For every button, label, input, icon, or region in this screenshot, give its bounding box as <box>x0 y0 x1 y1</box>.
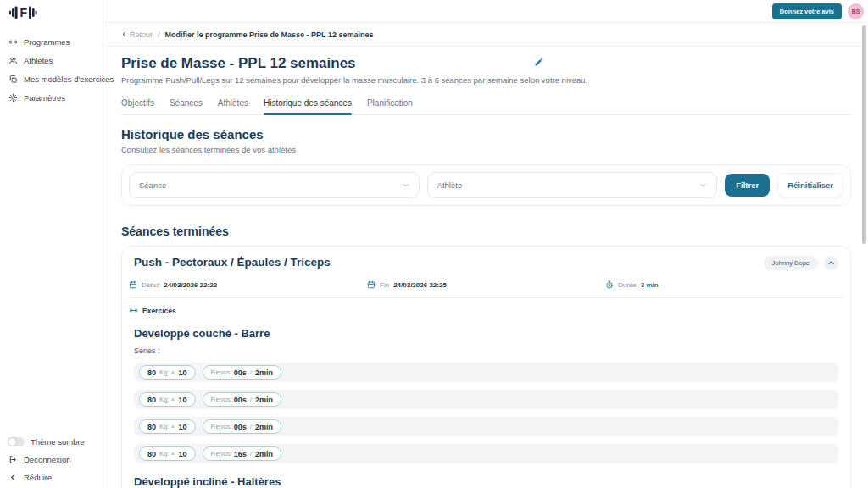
chevron-down-icon <box>699 181 707 189</box>
breadcrumb-back-link[interactable]: Retour <box>121 30 153 39</box>
theme-toggle-switch[interactable] <box>8 437 25 446</box>
tab-objectifs[interactable]: Objectifs <box>121 98 154 114</box>
user-avatar[interactable]: BS <box>848 3 864 19</box>
collapse-label: Réduire <box>24 473 52 482</box>
session-end: Fin 24/03/2026 22:25 <box>367 280 605 289</box>
rest-pill: Repos 00s / 2min <box>203 365 281 380</box>
tab-historique-des-seances[interactable]: Historique des séances <box>264 98 352 114</box>
rest-done-value: 00s <box>234 423 247 431</box>
collapse-session-button[interactable] <box>824 256 838 270</box>
feedback-button[interactable]: Donnez votre avis <box>772 3 842 19</box>
rest-label: Repos <box>211 450 231 458</box>
divider <box>129 297 843 298</box>
edit-pencil-icon[interactable] <box>534 57 544 67</box>
exercise-name: Développé incliné - Haltères <box>134 475 838 488</box>
rest-separator: / <box>250 450 252 458</box>
seance-select-value: Séance <box>139 180 166 190</box>
calendar-icon <box>367 280 376 289</box>
series-row: 80 Kg × 10 Repos 00s / 2min <box>134 417 838 436</box>
main-content: Retour / Modifier le programme Prise de … <box>104 23 868 488</box>
exercises-section-label: Exercices <box>129 306 843 315</box>
dumbbell-icon <box>8 36 18 47</box>
breadcrumb-current: Modifier le programme Prise de Masse - P… <box>165 30 374 39</box>
breadcrumb: Retour / Modifier le programme Prise de … <box>104 23 868 47</box>
session-duration: Durée 3 min <box>605 280 843 289</box>
duration-label: Durée <box>618 281 637 289</box>
exercise-name: Développé couché - Barre <box>134 327 838 340</box>
program-description: Programme Push/Pull/Legs sur 12 semaines… <box>121 75 851 85</box>
rest-planned-value: 2min <box>255 450 273 458</box>
seance-select[interactable]: Séance <box>129 172 420 198</box>
app-logo-barbell-icon: F <box>8 5 103 24</box>
weight-value: 80 <box>147 369 156 377</box>
weight-unit: Kg <box>159 450 168 458</box>
rest-separator: / <box>250 423 252 430</box>
athlete-select[interactable]: Athlète <box>427 172 718 198</box>
chevron-left-icon <box>8 472 18 482</box>
weight-reps-pill: 80 Kg × 10 <box>139 365 196 380</box>
weight-unit: Kg <box>159 396 168 403</box>
filter-button[interactable]: Filtrer <box>725 174 770 197</box>
weight-reps-pill: 80 Kg × 10 <box>139 446 196 461</box>
session-meta-row: Début 24/03/2026 22:22 Fin 24/03/2026 22… <box>129 280 843 289</box>
weight-unit: Kg <box>159 369 168 376</box>
rest-separator: / <box>250 396 252 403</box>
sidebar-footer: Thème sombre Déconnexion Réduire <box>8 437 85 482</box>
sidebar-item-athletes[interactable]: Athlètes <box>0 51 103 69</box>
logout-icon <box>8 454 18 464</box>
tab-seances[interactable]: Séances <box>170 98 203 114</box>
session-start: Début 24/03/2026 22:22 <box>129 280 367 289</box>
times-symbol: × <box>171 450 175 458</box>
times-symbol: × <box>171 396 175 403</box>
theme-toggle-row[interactable]: Thème sombre <box>8 437 85 446</box>
weight-reps-pill: 80 Kg × 10 <box>139 419 196 434</box>
times-symbol: × <box>171 369 175 376</box>
session-title: Push - Pectoraux / Épaules / Triceps <box>134 256 331 269</box>
end-label: Fin <box>380 281 389 289</box>
chevron-down-icon <box>402 181 409 189</box>
exercise-block: Développé couché - Barre Séries : 80 Kg … <box>134 327 838 463</box>
start-value: 24/03/2026 22:22 <box>164 281 217 289</box>
people-icon <box>8 55 18 65</box>
sidebar-item-programmes[interactable]: Programmes <box>0 32 103 51</box>
logout-label: Déconnexion <box>24 455 70 464</box>
dumbbell-icon <box>129 306 138 315</box>
stopwatch-icon <box>605 280 614 289</box>
sidebar-item-parametres[interactable]: Paramètres <box>0 88 103 107</box>
breadcrumb-back-label: Retour <box>130 30 153 39</box>
series-row: 80 Kg × 10 Repos 00s / 2min <box>134 390 838 409</box>
reset-button[interactable]: Réinitialiser <box>777 173 843 197</box>
tab-athletes[interactable]: Athlètes <box>218 98 248 114</box>
completed-sessions-title: Séances terminées <box>121 225 851 238</box>
logout-button[interactable]: Déconnexion <box>8 454 85 464</box>
reps-value: 10 <box>178 450 186 458</box>
weight-reps-pill: 80 Kg × 10 <box>139 392 196 407</box>
tab-bar: ObjectifsSéancesAthlètesHistorique des s… <box>121 98 851 115</box>
rest-planned-value: 2min <box>255 369 273 377</box>
exercises-label-text: Exercices <box>142 307 176 315</box>
rest-label: Repos <box>211 369 231 376</box>
rest-separator: / <box>250 369 252 376</box>
sidebar-item-label: Programmes <box>24 37 70 47</box>
exercise-list: Développé couché - Barre Séries : 80 Kg … <box>129 327 843 488</box>
rest-pill: Repos 16s / 2min <box>203 446 281 461</box>
sidebar-nav: Programmes Athlètes Mes modèles d'exerci… <box>0 32 103 107</box>
sidebar-item-modeles-exercices[interactable]: Mes modèles d'exercices <box>0 69 103 88</box>
collapse-sidebar-button[interactable]: Réduire <box>8 472 85 482</box>
vertical-scrollbar-thumb[interactable] <box>862 25 866 244</box>
chevron-up-icon <box>827 259 835 267</box>
duration-value: 3 min <box>641 281 659 289</box>
series-row: 80 Kg × 10 Repos 16s / 2min <box>134 444 838 463</box>
breadcrumb-separator: / <box>158 30 160 39</box>
page-title: Prise de Masse - PPL 12 semaines <box>121 55 851 72</box>
tab-planification[interactable]: Planification <box>367 98 413 114</box>
gear-icon <box>8 92 18 103</box>
end-value: 24/03/2026 22:25 <box>393 281 447 289</box>
sidebar-item-label: Mes modèles d'exercices <box>24 75 114 84</box>
rest-planned-value: 2min <box>255 396 273 404</box>
reps-value: 10 <box>178 396 186 404</box>
times-symbol: × <box>171 423 175 430</box>
rest-pill: Repos 00s / 2min <box>203 419 281 434</box>
session-card-header: Push - Pectoraux / Épaules / Triceps Joh… <box>129 256 843 270</box>
templates-icon <box>8 74 18 84</box>
